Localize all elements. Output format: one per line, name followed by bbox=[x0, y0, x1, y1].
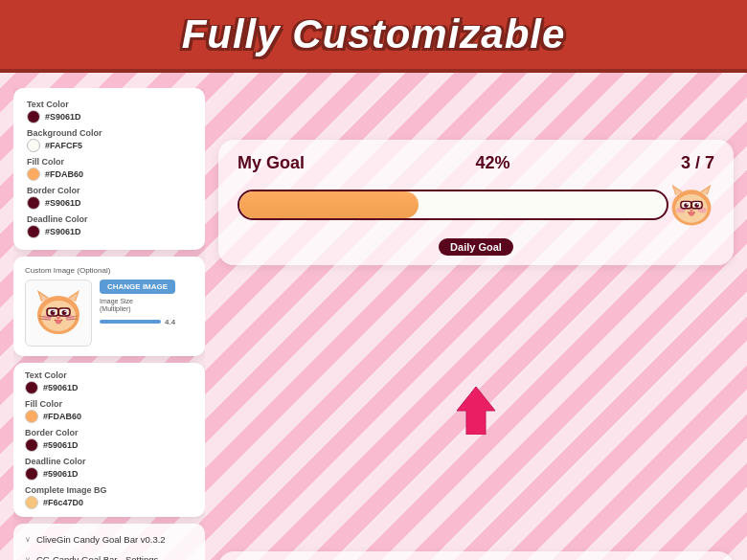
border-color-dot[interactable] bbox=[27, 196, 40, 210]
bg-color-hex: #FAFCF5 bbox=[45, 141, 82, 150]
lc-hex-5: #F6c47D0 bbox=[43, 498, 83, 507]
text-color-hex: #S9061D bbox=[45, 112, 81, 122]
lc-hex-3: #59061D bbox=[43, 440, 79, 450]
lc-hex-2: #FDAB60 bbox=[43, 412, 81, 421]
lc-label-4: Deadline Color bbox=[25, 457, 193, 466]
svg-point-37 bbox=[690, 210, 693, 212]
fill-color-dot[interactable] bbox=[27, 168, 40, 181]
lc-dot-1[interactable] bbox=[25, 381, 38, 394]
lc-value-2: #FDAB60 bbox=[25, 410, 193, 423]
svg-point-31 bbox=[684, 203, 689, 208]
goal-title-1: My Goal bbox=[238, 153, 305, 173]
lower-color-card: Text Color #59061D Fill Color #FDAB60 bbox=[13, 363, 205, 517]
goal-header-1: My Goal 42% 3 / 7 bbox=[238, 153, 714, 173]
progress-row-1 bbox=[238, 181, 714, 229]
fill-color-label: Fill Color bbox=[27, 157, 192, 167]
change-image-button[interactable]: CHANGE IMAGE bbox=[100, 280, 175, 294]
svg-point-14 bbox=[57, 317, 60, 319]
bg-color-value-row: #FAFCF5 bbox=[27, 139, 192, 152]
fill-color-value-row: #FDAB60 bbox=[27, 168, 192, 181]
mascot-preview bbox=[25, 280, 92, 347]
lc-row-1: Text Color #59061D bbox=[25, 370, 193, 394]
mascot-svg-1 bbox=[667, 181, 716, 231]
lc-label-5: Complete Image BG bbox=[25, 485, 193, 495]
arrow-section bbox=[452, 378, 500, 438]
lc-dot-2[interactable] bbox=[25, 410, 38, 423]
text-color-row: Text Color #S9061D bbox=[27, 100, 192, 123]
menu-arrow-title: ∨ bbox=[25, 535, 31, 544]
lc-label-2: Fill Color bbox=[25, 399, 193, 409]
svg-point-9 bbox=[62, 310, 67, 315]
lc-dot-4[interactable] bbox=[25, 467, 38, 481]
goal-section-1: My Goal 42% 3 / 7 bbox=[218, 140, 734, 265]
svg-point-15 bbox=[56, 320, 61, 325]
svg-point-34 bbox=[697, 204, 698, 205]
top-banner: Fully Customizable bbox=[0, 0, 747, 73]
goal-percent-1: 42% bbox=[475, 153, 509, 173]
image-size-label: Image Size (Multiplier) bbox=[100, 298, 147, 314]
goal-section-2: My Goal 100% 7 / 7 bbox=[218, 551, 734, 560]
lc-hex-1: #59061D bbox=[43, 383, 79, 392]
goal-badge-1: Daily Goal bbox=[439, 238, 513, 256]
svg-point-8 bbox=[51, 310, 56, 315]
svg-point-10 bbox=[53, 311, 55, 313]
menu-item-label-title: CliveGin Candy Goal Bar v0.3.2 bbox=[36, 534, 166, 545]
lc-row-3: Border Color #59061D bbox=[25, 428, 193, 452]
lc-value-1: #59061D bbox=[25, 381, 193, 394]
svg-marker-41 bbox=[457, 387, 495, 435]
deadline-color-value-row: #S9061D bbox=[27, 225, 192, 238]
bg-color-label: Background Color bbox=[27, 128, 192, 138]
lc-label-3: Border Color bbox=[25, 428, 193, 437]
menu-item-label-settings: CG Candy Goal Bar - Settings bbox=[36, 554, 158, 560]
lc-dot-5[interactable] bbox=[25, 496, 38, 509]
left-panel: Text Color #S9061D Background Color #FAF… bbox=[13, 88, 205, 560]
custom-image-label: Custom Image (Optional) bbox=[25, 266, 193, 275]
slider-value: 4.4 bbox=[165, 318, 175, 326]
bg-color-dot[interactable] bbox=[27, 139, 40, 152]
content-area: Text Color #S9061D Background Color #FAF… bbox=[0, 73, 747, 560]
progress-bar-bg-1 bbox=[238, 190, 668, 220]
left-panel-inner: Text Color #S9061D Background Color #FAF… bbox=[13, 88, 205, 560]
lc-label-1: Text Color bbox=[25, 370, 193, 380]
deadline-color-hex: #S9061D bbox=[45, 227, 81, 236]
lc-row-5: Complete Image BG #F6c47D0 bbox=[25, 485, 193, 509]
goal-count-1: 3 / 7 bbox=[681, 153, 714, 173]
top-title: Fully Customizable bbox=[19, 11, 728, 57]
border-color-label: Border Color bbox=[27, 186, 192, 195]
color-section: Text Color #S9061D Background Color #FAF… bbox=[27, 100, 192, 238]
svg-point-38 bbox=[689, 212, 694, 216]
goal-mascot-1 bbox=[667, 181, 714, 229]
menu-arrow-settings: ∨ bbox=[25, 555, 31, 560]
text-color-label: Text Color bbox=[27, 100, 192, 109]
down-arrow-icon bbox=[452, 382, 500, 435]
border-color-hex: #S9061D bbox=[45, 198, 81, 208]
lc-value-5: #F6c47D0 bbox=[25, 496, 193, 509]
menu-item-settings[interactable]: ∨ CG Candy Goal Bar - Settings bbox=[23, 551, 195, 560]
right-panel: My Goal 42% 3 / 7 bbox=[218, 88, 734, 560]
deadline-color-row: Deadline Color #S9061D bbox=[27, 214, 192, 238]
text-color-value-row: #S9061D bbox=[27, 110, 192, 123]
lc-value-3: #59061D bbox=[25, 438, 193, 452]
bg-color-row: Background Color #FAFCF5 bbox=[27, 128, 192, 152]
border-color-value-row: #S9061D bbox=[27, 196, 192, 210]
fill-color-hex: #FDAB60 bbox=[45, 169, 83, 179]
deadline-color-label: Deadline Color bbox=[27, 214, 192, 224]
mascot-svg bbox=[32, 286, 85, 340]
lc-row-4: Deadline Color #59061D bbox=[25, 457, 193, 481]
lower-color-section: Text Color #59061D Fill Color #FDAB60 bbox=[25, 370, 193, 509]
deadline-color-dot[interactable] bbox=[27, 225, 40, 238]
main-container: Fully Customizable Text Color #S9061D bbox=[0, 0, 747, 560]
color-settings-card: Text Color #S9061D Background Color #FAF… bbox=[13, 88, 205, 250]
lc-dot-3[interactable] bbox=[25, 438, 38, 452]
border-color-row: Border Color #S9061D bbox=[27, 186, 192, 210]
menu-item-title[interactable]: ∨ CliveGin Candy Goal Bar v0.3.2 bbox=[23, 531, 195, 548]
fill-color-row: Fill Color #FDAB60 bbox=[27, 157, 192, 181]
size-slider[interactable] bbox=[100, 320, 161, 324]
lc-hex-4: #59061D bbox=[43, 469, 79, 479]
text-color-dot[interactable] bbox=[27, 110, 40, 123]
svg-point-11 bbox=[64, 311, 66, 313]
lc-row-2: Fill Color #FDAB60 bbox=[25, 399, 193, 423]
progress-bar-fill-1 bbox=[239, 191, 419, 218]
menu-card: ∨ CliveGin Candy Goal Bar v0.3.2 ∨ CG Ca… bbox=[13, 524, 205, 560]
image-settings-card: Custom Image (Optional) bbox=[13, 257, 205, 356]
